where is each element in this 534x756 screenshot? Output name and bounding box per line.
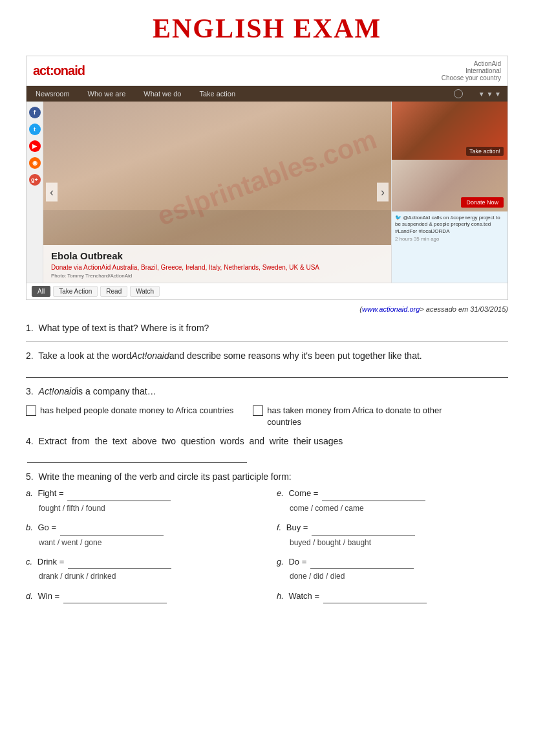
verb-f: f. Buy = buyed / bought / baught	[277, 521, 508, 549]
verb-d: d. Win =	[26, 590, 257, 605]
option-a-bracket	[26, 405, 36, 416]
panel-donate: Donate Now	[392, 160, 507, 211]
verb-grid: a. Fight = fought / fifth / found e. Com…	[26, 487, 508, 608]
prev-arrow[interactable]: ‹	[46, 183, 58, 202]
source-link: www.actionaid.org	[362, 305, 420, 313]
twitter-time: 2 hours 35 min ago	[395, 236, 504, 242]
panel-take-action: Take action!	[392, 102, 507, 160]
top-right-links: ActionAid International Choose your coun…	[442, 60, 501, 81]
nav-newsroom[interactable]: Newsroom	[33, 86, 72, 102]
nav-who[interactable]: Who we are	[85, 86, 129, 102]
google-plus-icon[interactable]: g+	[29, 174, 41, 186]
nav-bar: Newsroom Who we are What we do Take acti…	[27, 86, 507, 102]
verb-b: b. Go = want / went / gone	[26, 521, 257, 549]
youtube-icon[interactable]: ▶	[29, 140, 41, 152]
options-row: has helped people donate money to Africa…	[26, 405, 508, 428]
questions-section: 1. What type of text is that? Where is i…	[26, 321, 508, 607]
social-sidebar: f t ▶ ◉ g+	[27, 102, 43, 283]
donate-now-button[interactable]: Donate Now	[461, 197, 504, 208]
divider-1	[26, 341, 508, 342]
nav-take-action[interactable]: Take action	[197, 86, 238, 102]
verb-e: e. Come = come / comed / came	[277, 487, 508, 515]
ebola-title: Ebola Outbreak	[51, 250, 383, 261]
panel-twitter: 🐦 @ActionAid calls on #copenergy project…	[392, 211, 507, 283]
main-image-area: ‹ › Ebola Outbreak Donate via ActionAid …	[43, 102, 391, 283]
verb-c: c. Drink = drank / drunk / drinked	[26, 556, 257, 583]
tab-watch[interactable]: Watch	[130, 286, 160, 297]
ebola-subtitle: Donate via ActionAid Australia, Brazil, …	[51, 263, 383, 272]
facebook-icon[interactable]: f	[29, 107, 41, 118]
tab-read[interactable]: Read	[100, 286, 127, 297]
question-3: 3. Act!onaidis a company that…	[26, 384, 508, 398]
verb-g: g. Do = done / did / died	[277, 556, 508, 583]
photo-credit: Photo: Tommy Trenchard/ActionAid	[51, 273, 383, 279]
take-action-label: Take action!	[466, 147, 504, 156]
website-mockup: act:onaid ActionAid International Choose…	[26, 56, 508, 300]
nav-what[interactable]: What we do	[141, 86, 184, 102]
question-1: 1. What type of text is that? Where is i…	[26, 321, 508, 335]
image-overlay: Ebola Outbreak Donate via ActionAid Aust…	[43, 245, 391, 283]
next-arrow[interactable]: ›	[377, 183, 389, 202]
source-line: (www.actionaid.org> acessado em 31/03/20…	[26, 305, 508, 313]
verb-a: a. Fight = fought / fifth / found	[26, 487, 257, 515]
tab-all[interactable]: All	[32, 286, 50, 297]
rss-icon[interactable]: ◉	[29, 157, 41, 169]
tab-take-action[interactable]: Take Action	[53, 286, 98, 297]
question-2: 2. Take a look at the wordAct!onaidand d…	[26, 349, 508, 377]
q4-answer	[27, 448, 247, 463]
search-icon[interactable]	[454, 89, 463, 98]
verb-h: h. Watch =	[277, 590, 508, 605]
option-b-bracket	[253, 405, 263, 416]
twitter-icon[interactable]: t	[29, 124, 41, 135]
question-5: 5. Write the meaning of the verb and cir…	[26, 470, 508, 607]
page-title: ENGLISH EXAM	[26, 13, 508, 44]
right-panels: Take action! Donate Now 🐦 @ActionAid cal…	[391, 102, 507, 283]
q2-answer-line	[26, 367, 508, 378]
question-4: 4. Extract from the text above two quest…	[26, 434, 508, 464]
twitter-text: 🐦 @ActionAid calls on #copenergy project…	[395, 215, 504, 235]
content-area: f t ▶ ◉ g+ ‹ › Ebola Outbreak Donate via…	[27, 102, 507, 283]
option-b: has taken money from Africa to donate to…	[253, 405, 473, 428]
website-topbar: act:onaid ActionAid International Choose…	[27, 56, 507, 86]
actionaid-logo: act:onaid	[33, 63, 85, 78]
tabs-bar: All Take Action Read Watch	[27, 283, 507, 299]
option-a: has helped people donate money to Africa…	[26, 405, 233, 428]
